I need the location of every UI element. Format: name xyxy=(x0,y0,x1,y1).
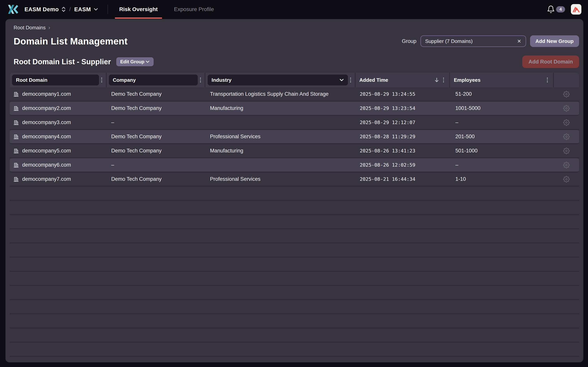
topbar-divider xyxy=(108,5,108,14)
edit-group-button[interactable]: Edit Group xyxy=(116,57,154,66)
table-row[interactable]: democompany4.comDemo Tech CompanyProfess… xyxy=(10,130,579,144)
table-row[interactable]: democompany5.comDemo Tech CompanyManufac… xyxy=(10,144,579,158)
empty-table-row xyxy=(10,201,579,215)
employees-cell: – xyxy=(450,162,554,168)
empty-table-row xyxy=(10,342,579,357)
table-row[interactable]: democompany2.comDemo Tech CompanyManufac… xyxy=(10,101,579,116)
added-time-cell: 2025-08-29 12:12:07 xyxy=(355,120,450,125)
actions-cell xyxy=(554,133,579,140)
empty-table-row xyxy=(10,187,579,201)
add-new-group-button[interactable]: Add New Group xyxy=(530,35,579,47)
bell-icon[interactable] xyxy=(547,5,555,14)
chevron-down-icon xyxy=(146,60,150,63)
table-row[interactable]: democompany3.com–2025-08-29 12:12:07– xyxy=(10,116,579,130)
topbar: EASM Demo / EASM Risk Oversight Exposure… xyxy=(0,0,588,19)
sort-descending-arrow-icon[interactable] xyxy=(434,77,439,83)
company-filter-box[interactable]: Company xyxy=(109,75,198,85)
tab-exposure-profile[interactable]: Exposure Profile xyxy=(171,0,216,19)
gear-icon[interactable] xyxy=(563,133,570,140)
root-domain-cell[interactable]: democompany3.com xyxy=(10,119,107,125)
main-tabs: Risk Oversight Exposure Profile xyxy=(116,0,216,19)
company-cell: Demo Tech Company xyxy=(107,91,205,97)
root-domain-value: democompany4.com xyxy=(22,133,71,140)
added-time-cell: 2025-08-28 11:29:29 xyxy=(355,134,450,139)
page-title: Domain List Management xyxy=(14,36,128,47)
main-panel: Root Domains › Domain List Management Gr… xyxy=(5,19,583,362)
avatar-logo-icon xyxy=(572,6,580,13)
empty-table-row xyxy=(10,215,579,229)
building-icon xyxy=(13,120,19,125)
column-header-employees[interactable]: Employees xyxy=(450,73,554,87)
table-row[interactable]: democompany6.com–2025-08-26 12:02:59– xyxy=(10,158,579,172)
clear-group-icon[interactable]: ✕ xyxy=(517,38,521,44)
kebab-icon[interactable] xyxy=(441,77,446,83)
building-icon xyxy=(13,176,19,182)
table-row[interactable]: democompany1.comDemo Tech CompanyTranspo… xyxy=(10,87,579,101)
kebab-icon[interactable] xyxy=(99,77,104,83)
building-icon xyxy=(13,134,19,140)
column-label: Company xyxy=(113,77,136,83)
actions-cell xyxy=(554,91,579,98)
root-domain-cell[interactable]: democompany7.com xyxy=(10,176,107,182)
root-domain-value: democompany6.com xyxy=(22,162,71,168)
kebab-icon[interactable] xyxy=(198,77,203,83)
section-row: Root Domain List - Supplier Edit Group A… xyxy=(10,56,579,68)
table-header: Root Domain Company Industry xyxy=(10,73,579,87)
kebab-icon[interactable] xyxy=(545,77,550,83)
path-separator: / xyxy=(69,6,71,12)
avatar[interactable] xyxy=(571,4,581,15)
added-time-cell: 2025-08-29 13:24:55 xyxy=(355,91,450,97)
empty-table-row xyxy=(10,286,579,300)
column-label: Employees xyxy=(454,77,480,83)
root-domain-cell[interactable]: democompany6.com xyxy=(10,162,107,168)
column-label: Industry xyxy=(212,77,232,83)
added-time-cell: 2025-08-26 13:41:23 xyxy=(355,148,450,154)
root-domain-cell[interactable]: democompany4.com xyxy=(10,133,107,140)
gear-icon[interactable] xyxy=(563,162,570,168)
building-icon xyxy=(13,148,19,154)
company-cell: – xyxy=(107,119,205,125)
root-domain-filter-box[interactable]: Root Domain xyxy=(12,75,99,85)
kebab-icon[interactable] xyxy=(348,77,353,83)
workspace-name[interactable]: EASM xyxy=(74,6,91,13)
edit-group-label: Edit Group xyxy=(120,59,144,65)
breadcrumb-chevron-icon: › xyxy=(48,25,50,31)
column-label: Root Domain xyxy=(16,77,47,83)
actions-cell xyxy=(554,162,579,168)
root-domain-value: democompany5.com xyxy=(22,148,71,154)
domain-table: Root Domain Company Industry xyxy=(10,73,579,362)
workspace-chevron-down-icon[interactable] xyxy=(94,8,98,11)
root-domain-cell[interactable]: democompany2.com xyxy=(10,105,107,111)
app-logo-icon[interactable] xyxy=(7,3,19,15)
column-header-root-domain: Root Domain xyxy=(10,73,107,87)
root-domain-cell[interactable]: democompany5.com xyxy=(10,148,107,154)
org-switcher-icon[interactable] xyxy=(61,6,66,12)
gear-icon[interactable] xyxy=(563,148,570,154)
tab-risk-oversight[interactable]: Risk Oversight xyxy=(116,0,160,19)
column-header-added-time[interactable]: Added Time xyxy=(355,73,450,87)
employees-cell: 51-200 xyxy=(450,91,554,97)
empty-table-row xyxy=(10,357,579,362)
breadcrumb-root-domains[interactable]: Root Domains xyxy=(14,25,46,31)
gear-icon[interactable] xyxy=(563,176,570,183)
industry-cell: Professional Services xyxy=(205,176,355,182)
org-name[interactable]: EASM Demo xyxy=(25,6,59,13)
column-label: Added Time xyxy=(359,77,388,83)
chevron-down-icon xyxy=(339,78,344,82)
industry-filter-select[interactable]: Industry xyxy=(208,75,348,85)
group-select[interactable]: Supplier (7 Domains) ✕ xyxy=(420,35,526,47)
gear-icon[interactable] xyxy=(563,91,570,98)
gear-icon[interactable] xyxy=(563,105,570,112)
logo-chevron xyxy=(14,6,17,13)
section-title: Root Domain List - Supplier xyxy=(14,58,111,66)
root-domain-cell[interactable]: democompany1.com xyxy=(10,91,107,97)
empty-table-row xyxy=(10,272,579,286)
actions-cell xyxy=(554,148,579,154)
building-icon xyxy=(13,91,19,97)
group-select-value: Supplier (7 Domains) xyxy=(425,38,473,44)
gear-icon[interactable] xyxy=(563,119,570,126)
column-header-industry: Industry xyxy=(205,73,355,87)
notification-badge[interactable]: 4 xyxy=(556,6,565,12)
add-root-domain-button[interactable]: Add Root Domain xyxy=(522,56,579,68)
table-row[interactable]: democompany7.comDemo Tech CompanyProfess… xyxy=(10,172,579,187)
